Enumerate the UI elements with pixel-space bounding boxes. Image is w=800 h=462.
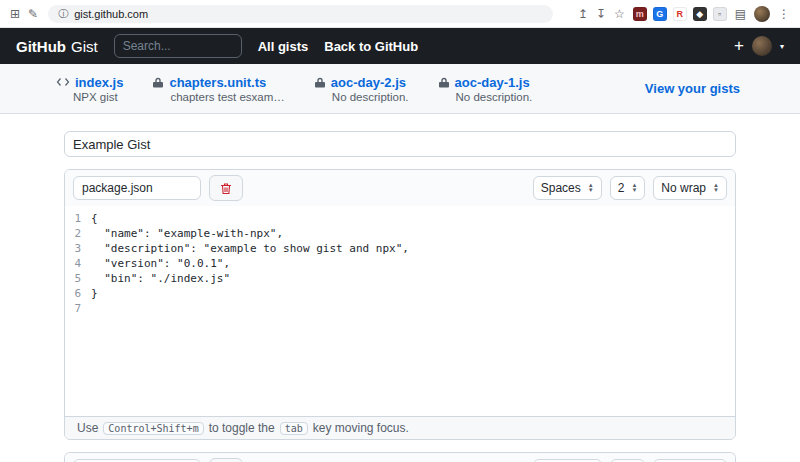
- gist-description: NPX gist: [73, 91, 123, 103]
- file-editor-partial: Spaces ▲▼ 2 ▲▼ No wrap ▲▼: [64, 452, 736, 462]
- browser-right-icons: ↥ ↧ ☆ mGR◆▫ ▤ ⋮: [578, 6, 790, 22]
- recent-gist-item[interactable]: aoc-day-1.js No description.: [439, 75, 533, 103]
- share-icon[interactable]: ↥: [578, 7, 588, 21]
- editor-hint-bar: Use Control+Shift+m to toggle the tab ke…: [65, 416, 735, 439]
- delete-file-button[interactable]: [209, 458, 243, 462]
- extension-chips: mGR◆▫: [633, 7, 727, 21]
- file-editor-header: Spaces ▲▼ 2 ▲▼ No wrap ▲▼: [65, 170, 735, 206]
- gist-description: chapters test esxam…: [170, 91, 284, 103]
- indent-mode-select[interactable]: Spaces ▲▼: [533, 176, 602, 200]
- select-caret-icon: ▲▼: [713, 183, 719, 193]
- screen: ⊞ ✎ ⓘ gist.github.com ↥ ↧ ☆ mGR◆▫ ▤ ⋮ Gi…: [0, 0, 800, 462]
- wrap-mode-value: No wrap: [661, 181, 706, 195]
- code-line: 4 "version": "0.0.1",: [65, 256, 735, 271]
- gist-name-link[interactable]: index.js: [75, 75, 123, 90]
- code-icon: [56, 77, 70, 87]
- code-line: 1{: [65, 211, 735, 226]
- wrap-mode-select[interactable]: No wrap ▲▼: [653, 176, 727, 200]
- browser-left-icons: ⊞ ✎: [10, 7, 38, 21]
- main-content: Spaces ▲▼ 2 ▲▼ No wrap ▲▼ 1{2 "name": "e…: [0, 114, 800, 462]
- recent-gist-item[interactable]: index.js NPX gist: [56, 75, 123, 103]
- code-text: "version": "0.0.1",: [91, 256, 230, 271]
- extension-icon[interactable]: G: [653, 7, 667, 21]
- extension-icon[interactable]: ▫: [713, 7, 727, 21]
- code-text: "description": "example to show gist and…: [91, 241, 409, 256]
- nav-link-back-to-github[interactable]: Back to GitHub: [324, 39, 418, 54]
- trash-icon: [220, 182, 232, 195]
- recent-gist-item[interactable]: aoc-day-2.js No description.: [315, 75, 409, 103]
- github-gist-logo[interactable]: GitHub Gist: [16, 38, 98, 55]
- line-number: 1: [65, 211, 91, 226]
- bookmark-star-icon[interactable]: ☆: [614, 7, 625, 21]
- select-caret-icon: ▲▼: [631, 183, 637, 193]
- site-info-icon[interactable]: ⓘ: [58, 7, 68, 21]
- line-number: 5: [65, 271, 91, 286]
- navbar-right: + ▾: [734, 36, 784, 56]
- hint-text: to toggle the: [209, 421, 275, 435]
- apps-icon[interactable]: ⊞: [10, 7, 20, 21]
- gist-name-link[interactable]: aoc-day-1.js: [455, 75, 530, 90]
- select-caret-icon: ▲▼: [588, 183, 594, 193]
- compose-icon[interactable]: ✎: [28, 7, 38, 21]
- view-your-gists-link[interactable]: View your gists: [645, 81, 740, 96]
- code-text: }: [91, 286, 98, 301]
- url-text: gist.github.com: [74, 8, 148, 20]
- gist-description: No description.: [332, 91, 409, 103]
- code-line: 6}: [65, 286, 735, 301]
- line-number: 2: [65, 226, 91, 241]
- extension-icon[interactable]: R: [673, 7, 687, 21]
- indent-size-select[interactable]: 2 ▲▼: [610, 176, 646, 200]
- gist-description: No description.: [456, 91, 533, 103]
- user-avatar[interactable]: [752, 36, 772, 56]
- search-input[interactable]: [114, 34, 242, 58]
- filename-input[interactable]: [73, 176, 201, 200]
- nav-link-all-gists[interactable]: All gists: [258, 39, 309, 54]
- delete-file-button[interactable]: [209, 175, 243, 201]
- hint-text: Use: [77, 421, 98, 435]
- file-editor: Spaces ▲▼ 2 ▲▼ No wrap ▲▼ 1{2 "name": "e…: [64, 169, 736, 440]
- gist-description-input[interactable]: [64, 131, 736, 157]
- new-gist-button[interactable]: +: [734, 36, 744, 56]
- code-line: 3 "description": "example to show gist a…: [65, 241, 735, 256]
- indent-mode-value: Spaces: [541, 181, 581, 195]
- line-number: 4: [65, 256, 91, 271]
- file-editor-header: Spaces ▲▼ 2 ▲▼ No wrap ▲▼: [65, 453, 735, 462]
- avatar-caret-icon[interactable]: ▾: [780, 42, 784, 51]
- code-text: {: [91, 211, 98, 226]
- recent-gists-bar: index.js NPX gist chapters.unit.ts chapt…: [0, 64, 800, 114]
- code-line: 7: [65, 301, 735, 316]
- indent-size-value: 2: [618, 181, 625, 195]
- code-line: 5 "bin": "./index.js": [65, 271, 735, 286]
- kbd-shortcut: Control+Shift+m: [103, 422, 203, 435]
- sidebar-toggle-icon[interactable]: ▤: [735, 7, 746, 21]
- download-icon[interactable]: ↧: [596, 7, 606, 21]
- browser-chrome: ⊞ ✎ ⓘ gist.github.com ↥ ↧ ☆ mGR◆▫ ▤ ⋮: [0, 0, 800, 28]
- address-bar[interactable]: ⓘ gist.github.com: [48, 5, 553, 23]
- code-line: 2 "name": "example-with-npx",: [65, 226, 735, 241]
- code-text: "bin": "./index.js": [91, 271, 230, 286]
- extension-icon[interactable]: m: [633, 7, 647, 21]
- logo-gist: Gist: [71, 38, 98, 55]
- editor-controls: Spaces ▲▼ 2 ▲▼ No wrap ▲▼: [533, 176, 727, 200]
- recent-gist-item[interactable]: chapters.unit.ts chapters test esxam…: [153, 75, 284, 103]
- gist-name-link[interactable]: aoc-day-2.js: [331, 75, 406, 90]
- gist-navbar: GitHub Gist All gists Back to GitHub + ▾: [0, 28, 800, 64]
- logo-github: GitHub: [16, 38, 66, 55]
- code-editor[interactable]: 1{2 "name": "example-with-npx",3 "descri…: [65, 206, 735, 416]
- code-text: "name": "example-with-npx",: [91, 226, 283, 241]
- code-lines: 1{2 "name": "example-with-npx",3 "descri…: [65, 211, 735, 316]
- lock-icon: [153, 77, 164, 88]
- browser-menu-icon[interactable]: ⋮: [778, 7, 790, 21]
- extension-icon[interactable]: ◆: [693, 7, 707, 21]
- browser-profile-avatar[interactable]: [754, 6, 770, 22]
- gist-name-link[interactable]: chapters.unit.ts: [169, 75, 266, 90]
- line-number: 3: [65, 241, 91, 256]
- kbd-tab: tab: [280, 422, 308, 435]
- hint-text: key moving focus.: [313, 421, 409, 435]
- line-number: 7: [65, 301, 91, 316]
- lock-icon: [439, 77, 450, 88]
- line-number: 6: [65, 286, 91, 301]
- lock-icon: [315, 77, 326, 88]
